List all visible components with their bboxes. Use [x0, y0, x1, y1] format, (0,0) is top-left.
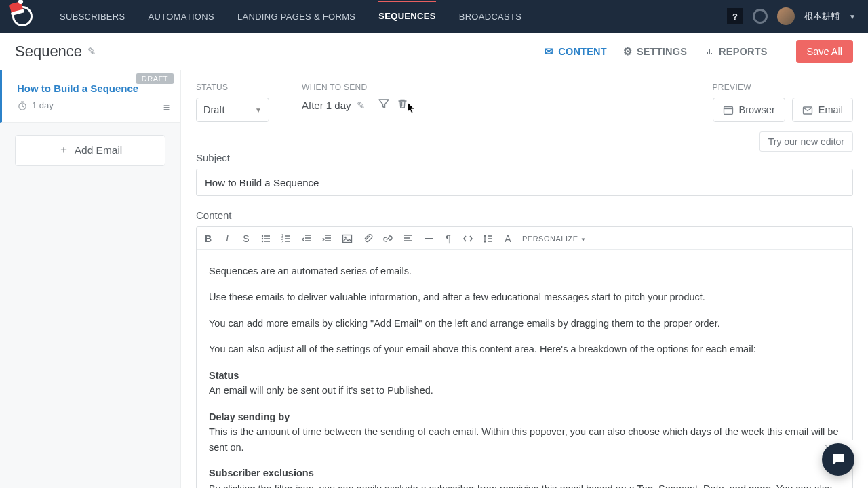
chart-icon — [703, 45, 714, 57]
chat-widget-button[interactable] — [822, 443, 854, 476]
filter-icon[interactable] — [378, 98, 390, 113]
santa-hat-icon — [9, 1, 23, 14]
add-email-label: Add Email — [75, 144, 123, 157]
email-card-title: How to Build a Sequence — [17, 83, 165, 94]
attachment-button[interactable] — [362, 232, 373, 244]
editor-body[interactable]: Sequences are an automated series of ema… — [197, 250, 852, 488]
svg-point-3 — [262, 235, 263, 237]
nav-subscribers[interactable]: SUBSCRIBERS — [60, 1, 125, 32]
email-card-meta: 1 day — [17, 100, 165, 111]
svg-rect-9 — [343, 235, 352, 243]
try-new-editor-button[interactable]: Try our new editor — [760, 131, 853, 152]
page-header: Sequence ✎ ✉ CONTENT ⚙ SETTINGS REPORTS … — [0, 33, 868, 70]
email-card[interactable]: DRAFT How to Build a Sequence 1 day ≡ — [0, 70, 180, 123]
content-label: Content — [196, 209, 853, 221]
trash-icon[interactable] — [397, 98, 408, 113]
preview-label: PREVIEW — [713, 83, 853, 92]
plus-icon: ＋ — [58, 143, 69, 157]
nav-broadcasts[interactable]: BROADCASTS — [459, 1, 522, 32]
gear-icon: ⚙ — [623, 45, 632, 58]
subject-label: Subject — [196, 152, 853, 163]
help-button[interactable]: ? — [727, 8, 743, 24]
svg-text:3: 3 — [281, 240, 283, 244]
italic-button[interactable]: I — [222, 233, 232, 244]
preview-group: PREVIEW Browser Email — [713, 83, 853, 122]
editor-toolbar: B I S 123 ¶ A PERSONALIZE ▼ — [197, 227, 852, 250]
para: You can also adjust all of the settings … — [209, 342, 840, 357]
nav-sequences[interactable]: SEQUENCES — [378, 1, 435, 32]
mouse-cursor-icon — [407, 102, 416, 116]
svg-rect-1 — [724, 106, 732, 114]
sidebar: DRAFT How to Build a Sequence 1 day ≡ ＋ … — [0, 70, 181, 488]
main: DRAFT How to Build a Sequence 1 day ≡ ＋ … — [0, 70, 868, 488]
nav-links: SUBSCRIBERS AUTOMATIONS LANDING PAGES & … — [60, 1, 521, 32]
section: Subscriber exclusionsBy clicking the fil… — [209, 466, 840, 488]
subject-input[interactable] — [196, 169, 853, 196]
when-group: WHEN TO SEND After 1 day ✎ — [302, 83, 408, 113]
content-area: STATUS Draft ▼ WHEN TO SEND After 1 day … — [181, 70, 868, 488]
when-to-send[interactable]: After 1 day ✎ — [302, 98, 408, 113]
loading-ring-icon — [753, 9, 768, 24]
outdent-button[interactable] — [301, 232, 312, 244]
section: StatusAn email will only be sent out if … — [209, 368, 840, 399]
username[interactable]: 根本耕輔 — [804, 10, 840, 22]
para: Use these emails to deliver valuable inf… — [209, 289, 840, 304]
page-tabs: ✉ CONTENT ⚙ SETTINGS REPORTS Save All — [545, 40, 853, 63]
envelope-icon — [802, 104, 813, 115]
clock-icon — [17, 100, 28, 111]
status-group: STATUS Draft ▼ — [196, 83, 269, 122]
rich-text-editor: B I S 123 ¶ A PERSONALIZE ▼ Sequences ar — [196, 226, 853, 488]
svg-point-5 — [262, 241, 263, 242]
email-card-delay: 1 day — [32, 100, 54, 110]
nav-landing-pages[interactable]: LANDING PAGES & FORMS — [237, 1, 355, 32]
personalize-button[interactable]: PERSONALIZE ▼ — [522, 235, 587, 243]
chevron-down-icon[interactable]: ▼ — [849, 13, 856, 20]
align-button[interactable] — [403, 232, 414, 244]
edit-title-icon[interactable]: ✎ — [87, 45, 96, 58]
card-menu-icon[interactable]: ≡ — [163, 102, 170, 114]
lineheight-button[interactable] — [483, 232, 494, 244]
status-label: STATUS — [196, 83, 269, 92]
indent-button[interactable] — [321, 232, 332, 244]
page-title: Sequence — [15, 43, 82, 60]
topnav-right: ? 根本耕輔 ▼ — [727, 7, 856, 25]
when-value: After 1 day — [302, 100, 351, 111]
chevron-down-icon: ▼ — [580, 237, 586, 243]
status-value: Draft — [203, 104, 224, 115]
nav-automations[interactable]: AUTOMATIONS — [149, 1, 214, 32]
bold-button[interactable]: B — [203, 233, 213, 244]
tab-settings-label: SETTINGS — [637, 46, 687, 57]
para: Sequences are an automated series of ema… — [209, 264, 840, 279]
when-label: WHEN TO SEND — [302, 83, 408, 92]
chevron-down-icon: ▼ — [255, 106, 262, 114]
preview-browser-label: Browser — [739, 104, 775, 115]
tab-reports-label: REPORTS — [719, 46, 768, 57]
save-all-button[interactable]: Save All — [796, 40, 853, 63]
hr-button[interactable] — [423, 232, 434, 244]
edit-when-icon[interactable]: ✎ — [357, 100, 366, 112]
add-email-button[interactable]: ＋ Add Email — [15, 135, 165, 166]
paragraph-button[interactable]: ¶ — [443, 233, 453, 244]
ul-button[interactable] — [260, 232, 271, 244]
tab-settings[interactable]: ⚙ SETTINGS — [623, 45, 687, 58]
status-select[interactable]: Draft ▼ — [196, 98, 269, 122]
ol-button[interactable]: 123 — [281, 232, 292, 244]
strike-button[interactable]: S — [241, 233, 251, 244]
section: Delay sending byThis is the amount of ti… — [209, 409, 840, 455]
preview-browser-button[interactable]: Browser — [713, 98, 785, 122]
tab-reports[interactable]: REPORTS — [703, 45, 768, 57]
link-button[interactable] — [382, 232, 393, 244]
editor-header-row: STATUS Draft ▼ WHEN TO SEND After 1 day … — [196, 83, 853, 122]
para: You can add more emails by clicking "Add… — [209, 316, 840, 331]
preview-email-label: Email — [818, 104, 843, 115]
envelope-icon: ✉ — [545, 45, 553, 58]
image-button[interactable] — [342, 232, 353, 244]
tab-content-label: CONTENT — [558, 46, 606, 57]
avatar[interactable] — [777, 7, 795, 25]
app-logo[interactable] — [12, 6, 33, 26]
tab-content[interactable]: ✉ CONTENT — [545, 45, 607, 58]
preview-email-button[interactable]: Email — [792, 98, 853, 122]
textcolor-button[interactable]: A — [503, 233, 513, 244]
draft-chip: DRAFT — [136, 73, 174, 84]
code-button[interactable] — [462, 232, 473, 244]
